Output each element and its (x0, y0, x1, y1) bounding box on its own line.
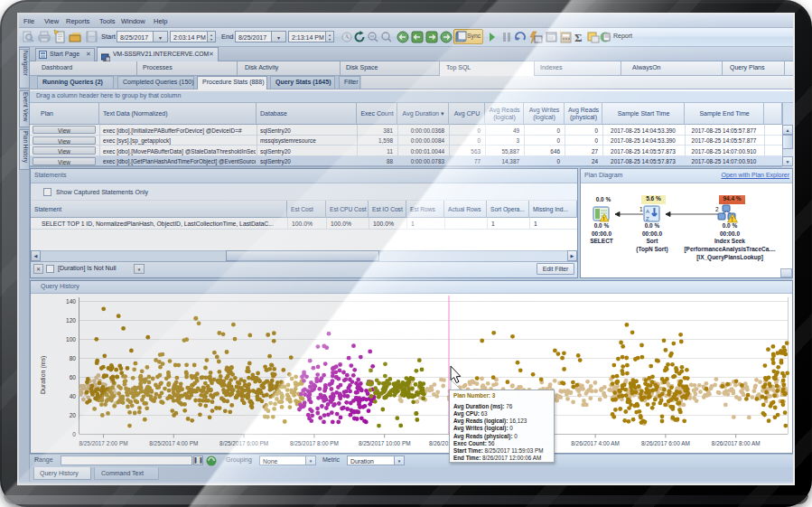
svg-text:40: 40 (70, 393, 77, 399)
svg-text:8/26/2017 4:00 AM: 8/26/2017 4:00 AM (571, 440, 620, 446)
svg-text:100: 100 (66, 336, 76, 343)
svg-text:8/25/2017 10:00 PM: 8/25/2017 10:00 PM (359, 440, 411, 446)
svg-text:!: ! (603, 216, 605, 221)
svg-text:8/25/2017 4:00 PM: 8/25/2017 4:00 PM (149, 440, 198, 446)
svg-text:60: 60 (70, 374, 77, 380)
svg-text:A: A (646, 209, 649, 214)
svg-text:8/25/2017 2:00 PM: 8/25/2017 2:00 PM (79, 440, 127, 446)
svg-text:!: ! (732, 216, 733, 222)
svg-text:8/25/2017 8:00 PM: 8/25/2017 8:00 PM (290, 440, 339, 446)
svg-text:Σ: Σ (574, 31, 583, 44)
svg-text:20: 20 (70, 412, 77, 418)
svg-text:8/26/2017 8:00 AM: 8/26/2017 8:00 AM (712, 440, 761, 446)
svg-text:8/26/2017 6:00 AM: 8/26/2017 6:00 AM (641, 440, 690, 446)
svg-text:Z: Z (646, 216, 649, 221)
svg-text:140: 140 (66, 298, 76, 305)
svg-text:1: 1 (639, 206, 643, 212)
svg-text:80: 80 (70, 355, 77, 361)
svg-text:0: 0 (72, 431, 76, 437)
svg-text:120: 120 (66, 317, 76, 324)
svg-text:2: 2 (715, 206, 719, 212)
svg-text:8/25/2017 6:00 PM: 8/25/2017 6:00 PM (219, 440, 268, 446)
